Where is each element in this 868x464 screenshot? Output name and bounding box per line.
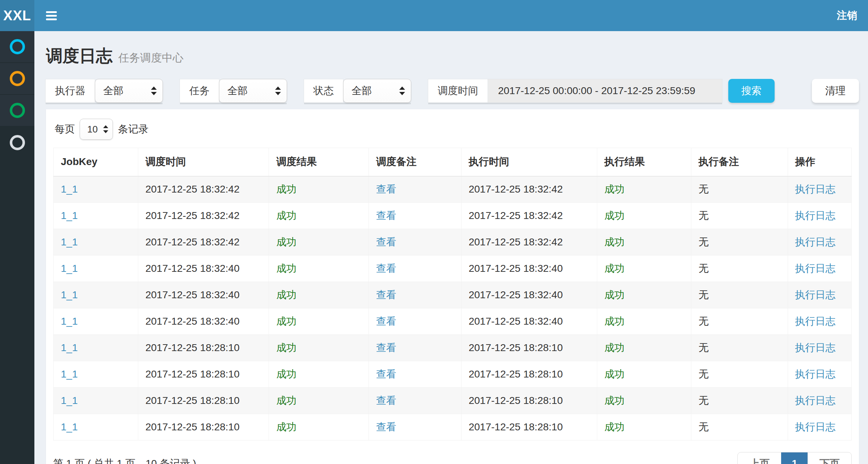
jobkey-link[interactable]: 1_1 — [61, 210, 78, 221]
trigger-msg-link[interactable]: 查看 — [376, 263, 396, 274]
sidebar-item-4[interactable] — [0, 127, 34, 159]
execution-log-link[interactable]: 执行日志 — [795, 210, 836, 221]
circle-icon — [10, 39, 25, 54]
handle-msg-cell: 无 — [691, 335, 788, 361]
status-select[interactable]: 全部 — [343, 79, 411, 103]
handle-msg-cell: 无 — [691, 203, 788, 229]
handle-time-cell: 2017-12-25 18:32:40 — [461, 256, 597, 282]
trigger-msg-link[interactable]: 查看 — [376, 421, 396, 433]
trigger-msg-link[interactable]: 查看 — [376, 236, 396, 248]
handle-msg-cell: 无 — [691, 256, 788, 282]
jobkey-link[interactable]: 1_1 — [61, 263, 78, 274]
trigger-result-cell: 成功 — [269, 203, 369, 229]
column-header: 调度时间 — [138, 148, 269, 176]
jobkey-link-cell: 1_1 — [54, 361, 138, 388]
execution-log-link-cell: 执行日志 — [788, 203, 851, 229]
jobkey-link-cell: 1_1 — [54, 388, 138, 414]
handle-msg-cell: 无 — [691, 229, 788, 256]
execution-log-link-cell: 执行日志 — [788, 308, 851, 335]
trigger-msg-link-cell: 查看 — [368, 282, 461, 308]
jobkey-link[interactable]: 1_1 — [61, 395, 78, 406]
trigger-time-cell: 2017-12-25 18:32:40 — [138, 282, 269, 308]
trigger-msg-link-cell: 查看 — [368, 414, 461, 440]
execution-log-link[interactable]: 执行日志 — [795, 289, 836, 300]
sidebar-item-1[interactable] — [0, 31, 34, 63]
trigger-msg-link[interactable]: 查看 — [376, 368, 396, 380]
trigger-result-cell: 成功 — [269, 282, 369, 308]
app-logo[interactable]: XXL — [0, 0, 34, 31]
schedule-time-label: 调度时间 — [428, 79, 488, 103]
handle-result-cell: 成功 — [597, 414, 691, 440]
table-row: 1_12017-12-25 18:32:40成功查看2017-12-25 18:… — [54, 256, 852, 282]
job-select[interactable]: 全部 — [219, 79, 287, 103]
execution-log-link-cell: 执行日志 — [788, 176, 851, 203]
trigger-msg-link[interactable]: 查看 — [376, 342, 396, 353]
handle-time-cell: 2017-12-25 18:28:10 — [461, 335, 597, 361]
execution-log-link[interactable]: 执行日志 — [795, 263, 836, 274]
table-body: 1_12017-12-25 18:32:42成功查看2017-12-25 18:… — [54, 176, 852, 440]
jobkey-link[interactable]: 1_1 — [61, 184, 78, 195]
trigger-time-cell: 2017-12-25 18:28:10 — [138, 414, 269, 440]
trigger-msg-link[interactable]: 查看 — [376, 289, 396, 300]
executor-select[interactable]: 全部 — [95, 79, 163, 103]
page-header: 调度日志 任务调度中心 — [46, 45, 859, 67]
select-arrows-icon — [399, 87, 405, 95]
execution-log-link[interactable]: 执行日志 — [795, 342, 836, 353]
table-row: 1_12017-12-25 18:32:42成功查看2017-12-25 18:… — [54, 229, 852, 256]
sidebar-toggle-button[interactable] — [45, 9, 58, 22]
clear-button[interactable]: 清理 — [812, 79, 859, 103]
trigger-msg-link-cell: 查看 — [368, 335, 461, 361]
next-page-button[interactable]: 下页 — [808, 452, 851, 464]
table-row: 1_12017-12-25 18:32:40成功查看2017-12-25 18:… — [54, 308, 852, 335]
handle-result-cell: 成功 — [597, 282, 691, 308]
job-select-value: 全部 — [227, 84, 248, 98]
execution-log-link[interactable]: 执行日志 — [795, 368, 836, 380]
sidebar-item-3[interactable] — [0, 95, 34, 127]
table-row: 1_12017-12-25 18:28:10成功查看2017-12-25 18:… — [54, 335, 852, 361]
search-button[interactable]: 搜索 — [728, 79, 775, 103]
handle-time-cell: 2017-12-25 18:32:40 — [461, 282, 597, 308]
trigger-time-cell: 2017-12-25 18:32:42 — [138, 229, 269, 256]
execution-log-link[interactable]: 执行日志 — [795, 395, 836, 406]
table-row: 1_12017-12-25 18:32:42成功查看2017-12-25 18:… — [54, 176, 852, 203]
table-footer: 第 1 页 ( 总共 1 页，10 条记录 ) 上页 1 下页 — [53, 452, 852, 464]
handle-time-cell: 2017-12-25 18:28:10 — [461, 388, 597, 414]
log-table: JobKey调度时间调度结果调度备注执行时间执行结果执行备注操作 1_12017… — [53, 148, 852, 440]
sidebar-item-2[interactable] — [0, 63, 34, 95]
jobkey-link[interactable]: 1_1 — [61, 421, 78, 433]
column-header: 调度备注 — [368, 148, 461, 176]
trigger-msg-link-cell: 查看 — [368, 229, 461, 256]
table-row: 1_12017-12-25 18:28:10成功查看2017-12-25 18:… — [54, 361, 852, 388]
table-header-row: JobKey调度时间调度结果调度备注执行时间执行结果执行备注操作 — [54, 148, 852, 176]
trigger-msg-link[interactable]: 查看 — [376, 210, 396, 221]
logout-link[interactable]: 注销 — [837, 9, 857, 22]
job-filter-label: 任务 — [180, 79, 219, 103]
trigger-msg-link-cell: 查看 — [368, 388, 461, 414]
table-row: 1_12017-12-25 18:28:10成功查看2017-12-25 18:… — [54, 388, 852, 414]
trigger-msg-link[interactable]: 查看 — [376, 184, 396, 195]
execution-log-link[interactable]: 执行日志 — [795, 184, 836, 195]
select-arrows-icon — [275, 87, 281, 95]
trigger-time-cell: 2017-12-25 18:32:40 — [138, 256, 269, 282]
trigger-result-cell: 成功 — [269, 388, 369, 414]
execution-log-link[interactable]: 执行日志 — [795, 421, 836, 433]
execution-log-link[interactable]: 执行日志 — [795, 316, 836, 327]
jobkey-link[interactable]: 1_1 — [61, 342, 78, 353]
trigger-result-cell: 成功 — [269, 335, 369, 361]
trigger-msg-link[interactable]: 查看 — [376, 395, 396, 406]
jobkey-link[interactable]: 1_1 — [61, 289, 78, 300]
schedule-time-input[interactable] — [488, 79, 722, 103]
jobkey-link[interactable]: 1_1 — [61, 368, 78, 380]
pagination: 上页 1 下页 — [737, 452, 852, 464]
jobkey-link[interactable]: 1_1 — [61, 316, 78, 327]
handle-time-cell: 2017-12-25 18:32:42 — [461, 203, 597, 229]
trigger-msg-link[interactable]: 查看 — [376, 316, 396, 327]
execution-log-link[interactable]: 执行日志 — [795, 236, 836, 248]
prev-page-button[interactable]: 上页 — [738, 452, 781, 464]
status-filter-label: 状态 — [304, 79, 344, 103]
current-page-button[interactable]: 1 — [781, 452, 808, 464]
handle-result-cell: 成功 — [597, 229, 691, 256]
page-size-select[interactable]: 10 — [80, 119, 113, 140]
jobkey-link[interactable]: 1_1 — [61, 236, 78, 248]
page-title: 调度日志 — [46, 45, 113, 67]
